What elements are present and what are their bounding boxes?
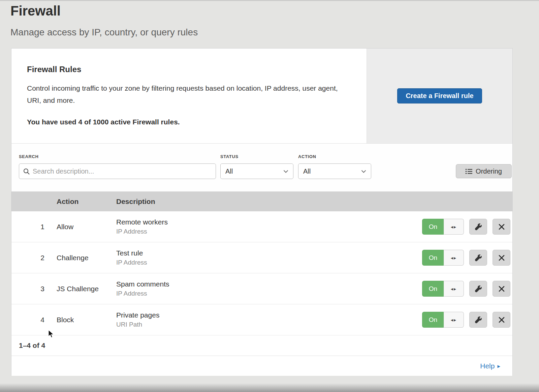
wrench-icon xyxy=(475,223,482,230)
rule-action: Allow xyxy=(57,223,116,231)
left-right-arrows-icon[interactable]: ◂▸ xyxy=(444,250,464,266)
create-firewall-rule-button[interactable]: Create a Firewall rule xyxy=(397,88,482,103)
configure-rule-button[interactable] xyxy=(469,281,487,297)
x-icon xyxy=(499,317,505,323)
firewall-rules-card: Firewall Rules Control incoming traffic … xyxy=(11,48,513,376)
rule-number: 4 xyxy=(11,316,57,324)
search-box xyxy=(19,163,216,179)
status-select[interactable]: All xyxy=(220,163,293,179)
rule-description-cell: Remote workers IP Address xyxy=(116,218,417,235)
rule-description: Private pages xyxy=(116,311,417,319)
toggle-on-label: On xyxy=(422,219,444,235)
action-select-value: All xyxy=(303,168,311,175)
search-icon xyxy=(23,168,30,175)
rule-number: 3 xyxy=(11,285,57,293)
page-subtitle: Manage access by IP, country, or query r… xyxy=(10,27,198,38)
rule-controls: On ◂▸ xyxy=(417,281,510,297)
table-row: 2 Challenge Test rule IP Address On ◂▸ xyxy=(11,242,512,273)
delete-rule-button[interactable] xyxy=(493,312,510,328)
card-title: Firewall Rules xyxy=(27,65,353,74)
rule-description: Test rule xyxy=(116,249,417,257)
rule-description: Remote workers xyxy=(116,218,417,226)
wrench-icon xyxy=(475,285,482,292)
ordering-button[interactable]: Ordering xyxy=(456,164,512,178)
table-row: 1 Allow Remote workers IP Address On ◂▸ xyxy=(11,211,512,242)
screen-bottom-edge xyxy=(0,383,539,392)
ordered-list-icon xyxy=(466,169,472,174)
filter-bar: SEARCH STATUS ACTION All All xyxy=(11,144,512,191)
rule-enabled-toggle[interactable]: On ◂▸ xyxy=(422,281,464,297)
rule-controls: On ◂▸ xyxy=(417,250,510,266)
table-header: Action Description xyxy=(11,191,512,211)
card-top-section: Firewall Rules Control incoming traffic … xyxy=(11,49,512,144)
rule-description: Spam comments xyxy=(116,280,417,288)
chevron-down-icon xyxy=(361,170,366,173)
delete-rule-button[interactable] xyxy=(493,281,510,297)
rule-description-cell: Private pages URI Path xyxy=(116,311,417,328)
configure-rule-button[interactable] xyxy=(469,219,487,235)
card-intro: Firewall Rules Control incoming traffic … xyxy=(11,49,367,143)
left-right-arrows-icon[interactable]: ◂▸ xyxy=(444,219,464,235)
help-row: Help ▸ xyxy=(11,356,512,376)
x-icon xyxy=(499,255,505,261)
rule-match-type: URI Path xyxy=(116,321,417,328)
status-select-value: All xyxy=(225,168,233,175)
rule-enabled-toggle[interactable]: On ◂▸ xyxy=(422,219,464,235)
configure-rule-button[interactable] xyxy=(469,250,487,266)
ordering-button-label: Ordering xyxy=(476,168,502,175)
rule-enabled-toggle[interactable]: On ◂▸ xyxy=(422,312,464,328)
search-input[interactable] xyxy=(33,168,212,175)
rule-action: JS Challenge xyxy=(57,285,116,293)
rule-match-type: IP Address xyxy=(116,290,417,297)
page-header: Firewall Manage access by IP, country, o… xyxy=(10,3,198,38)
x-icon xyxy=(499,224,505,230)
action-label: ACTION xyxy=(298,154,316,159)
rule-number: 1 xyxy=(11,223,57,231)
chevron-down-icon xyxy=(283,170,288,173)
help-link[interactable]: Help ▸ xyxy=(480,362,500,370)
card-description: Control incoming traffic to your zone by… xyxy=(27,82,347,107)
chevron-right-icon: ▸ xyxy=(497,363,500,369)
column-header-action: Action xyxy=(57,198,116,206)
delete-rule-button[interactable] xyxy=(493,219,510,235)
rule-action: Block xyxy=(57,316,116,324)
search-label: SEARCH xyxy=(19,154,39,159)
configure-rule-button[interactable] xyxy=(469,312,487,328)
toggle-on-label: On xyxy=(422,281,444,297)
table-row: 3 JS Challenge Spam comments IP Address … xyxy=(11,273,512,304)
wrench-icon xyxy=(475,316,482,323)
rule-action: Challenge xyxy=(57,254,116,262)
pagination-label: 1–4 of 4 xyxy=(19,341,45,350)
delete-rule-button[interactable] xyxy=(493,250,510,266)
rules-usage-text: You have used 4 of 1000 active Firewall … xyxy=(27,118,353,126)
rule-enabled-toggle[interactable]: On ◂▸ xyxy=(422,250,464,266)
left-right-arrows-icon[interactable]: ◂▸ xyxy=(444,312,464,328)
table-row: 4 Block Private pages URI Path On ◂▸ xyxy=(11,304,512,335)
status-label: STATUS xyxy=(220,154,239,159)
wrench-icon xyxy=(475,254,482,261)
rule-number: 2 xyxy=(11,254,57,262)
rule-match-type: IP Address xyxy=(116,228,417,235)
rule-description-cell: Test rule IP Address xyxy=(116,249,417,266)
toggle-on-label: On xyxy=(422,312,444,328)
page-title: Firewall xyxy=(10,3,198,19)
toggle-on-label: On xyxy=(422,250,444,266)
rule-controls: On ◂▸ xyxy=(417,312,510,328)
column-header-description: Description xyxy=(116,198,417,206)
pagination-row: 1–4 of 4 xyxy=(11,335,512,356)
card-action-panel: Create a Firewall rule xyxy=(367,49,512,143)
rule-description-cell: Spam comments IP Address xyxy=(116,280,417,297)
help-link-label: Help xyxy=(480,362,495,370)
left-right-arrows-icon[interactable]: ◂▸ xyxy=(444,281,464,297)
action-select[interactable]: All xyxy=(298,163,371,179)
rule-match-type: IP Address xyxy=(116,259,417,266)
x-icon xyxy=(499,286,505,292)
screen-top-edge xyxy=(0,0,539,1)
rule-controls: On ◂▸ xyxy=(417,219,510,235)
